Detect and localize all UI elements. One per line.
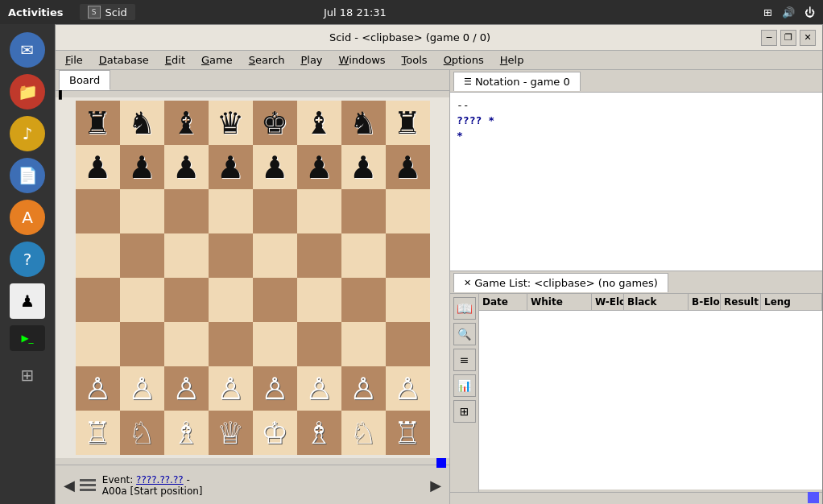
scid-task-label: Scid: [105, 6, 127, 19]
scid-task-icon: S: [88, 6, 101, 19]
power-icon: ⏻: [804, 6, 815, 19]
activities-button[interactable]: Activities: [8, 6, 64, 19]
clock: Jul 18 21:31: [324, 6, 387, 19]
scid-taskbar-item[interactable]: S Scid: [80, 4, 135, 20]
taskbar: Activities S Scid Jul 18 21:31 ⊞ 🔊 ⏻: [0, 0, 823, 24]
systray: ⊞ 🔊 ⏻: [763, 6, 815, 19]
volume-icon: 🔊: [782, 6, 795, 19]
network-icon: ⊞: [763, 6, 772, 19]
